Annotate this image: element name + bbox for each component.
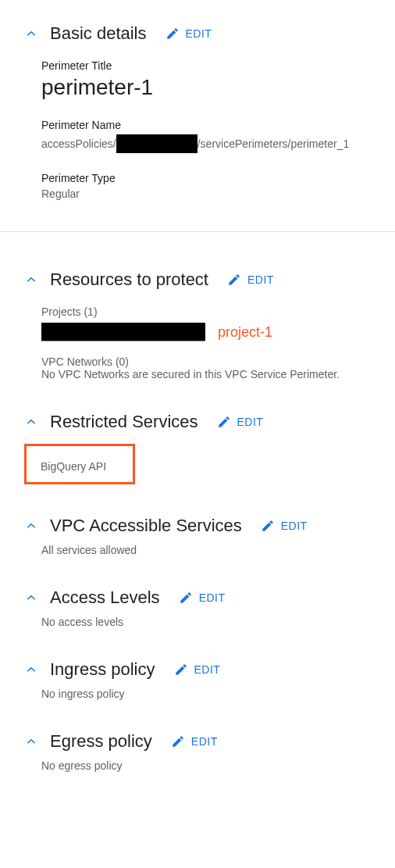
- redacted-policy-id: [116, 134, 198, 153]
- section-title: Resources to protect: [50, 270, 208, 290]
- section-header: Restricted Services EDIT: [22, 412, 395, 432]
- vpc-networks-count-label: VPC Networks (0): [41, 355, 395, 368]
- edit-label: EDIT: [194, 663, 221, 676]
- vpc-networks-empty: No VPC Networks are secured in this VPC …: [41, 368, 395, 380]
- section-access-levels: Access Levels EDIT No access levels: [0, 588, 395, 628]
- redacted-project-id: [41, 323, 205, 341]
- ingress-value: No ingress policy: [41, 688, 395, 700]
- edit-button[interactable]: EDIT: [217, 415, 264, 429]
- pencil-icon: [261, 519, 275, 533]
- section-ingress-policy: Ingress policy EDIT No ingress policy: [0, 659, 395, 700]
- pencil-icon: [165, 27, 180, 41]
- edit-label: EDIT: [281, 520, 308, 532]
- edit-label: EDIT: [199, 591, 226, 604]
- perimeter-name-suffix: /servicePerimeters/perimeter_1: [198, 138, 350, 150]
- section-vpc-accessible: VPC Accessible Services EDIT All service…: [0, 516, 395, 556]
- egress-value: No egress policy: [41, 759, 395, 772]
- chevron-up-icon[interactable]: [22, 270, 41, 289]
- highlighted-callout: BigQuery API: [24, 444, 135, 484]
- section-restricted-services: Restricted Services EDIT BigQuery API: [0, 412, 395, 484]
- edit-label: EDIT: [191, 735, 218, 748]
- section-title: Access Levels: [50, 588, 160, 608]
- chevron-up-icon[interactable]: [22, 588, 41, 607]
- edit-label: EDIT: [237, 416, 264, 428]
- section-egress-policy: Egress policy EDIT No egress policy: [0, 731, 395, 772]
- chevron-up-icon[interactable]: [22, 660, 41, 679]
- edit-label: EDIT: [247, 273, 274, 286]
- edit-button[interactable]: EDIT: [174, 663, 221, 677]
- section-title: Restricted Services: [50, 412, 198, 432]
- pencil-icon: [217, 415, 231, 429]
- section-header: Ingress policy EDIT: [22, 659, 395, 680]
- perimeter-title-value: perimeter-1: [41, 75, 395, 100]
- section-header: Resources to protect EDIT: [22, 270, 395, 290]
- section-title: VPC Accessible Services: [50, 516, 242, 536]
- chevron-up-icon[interactable]: [22, 24, 41, 43]
- edit-button[interactable]: EDIT: [171, 734, 218, 748]
- divider: [0, 231, 395, 232]
- section-header: Egress policy EDIT: [22, 731, 395, 752]
- section-title: Basic details: [50, 23, 147, 44]
- pencil-icon: [227, 273, 241, 287]
- section-header: VPC Accessible Services EDIT: [22, 516, 395, 536]
- project-name: project-1: [218, 324, 272, 341]
- perimeter-type-label: Perimeter Type: [41, 172, 395, 184]
- edit-button[interactable]: EDIT: [227, 273, 274, 287]
- projects-count-label: Projects (1): [41, 305, 395, 318]
- accessible-value: All services allowed: [41, 544, 395, 556]
- edit-button[interactable]: EDIT: [179, 591, 226, 605]
- perimeter-title-label: Perimeter Title: [41, 59, 395, 72]
- chevron-up-icon[interactable]: [22, 516, 41, 535]
- section-resources: Resources to protect EDIT Projects (1) p…: [0, 270, 395, 380]
- perimeter-name-value: accessPolicies/ /servicePerimeters/perim…: [41, 134, 395, 153]
- chevron-up-icon[interactable]: [22, 732, 41, 751]
- perimeter-name-prefix: accessPolicies/: [41, 138, 116, 150]
- section-header: Basic details EDIT: [22, 23, 395, 44]
- edit-label: EDIT: [186, 27, 212, 40]
- section-title: Ingress policy: [50, 659, 155, 680]
- chevron-up-icon[interactable]: [22, 413, 41, 431]
- section-header: Access Levels EDIT: [22, 588, 395, 608]
- pencil-icon: [179, 591, 193, 605]
- edit-button[interactable]: EDIT: [261, 519, 308, 533]
- section-title: Egress policy: [50, 731, 152, 752]
- restricted-service-item: BigQuery API: [41, 460, 119, 473]
- edit-button[interactable]: EDIT: [165, 27, 212, 41]
- section-basic-details: Basic details EDIT Perimeter Title perim…: [0, 23, 395, 200]
- perimeter-type-value: Regular: [41, 188, 395, 200]
- pencil-icon: [171, 734, 185, 748]
- pencil-icon: [174, 663, 188, 677]
- perimeter-name-label: Perimeter Name: [41, 119, 395, 131]
- access-levels-value: No access levels: [41, 616, 395, 628]
